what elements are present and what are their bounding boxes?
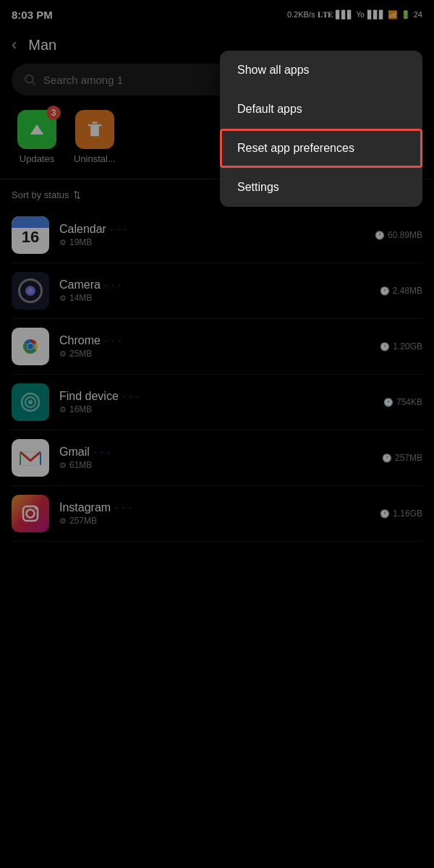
dropdown-item-default-apps[interactable]: Default apps <box>220 90 422 129</box>
dropdown-item-settings[interactable]: Settings <box>220 168 422 207</box>
dropdown-item-reset-app-prefs[interactable]: Reset app preferences <box>220 129 422 168</box>
dropdown-item-show-all-apps[interactable]: Show all apps <box>220 51 422 90</box>
dropdown-menu: Show all apps Default apps Reset app pre… <box>220 51 422 207</box>
